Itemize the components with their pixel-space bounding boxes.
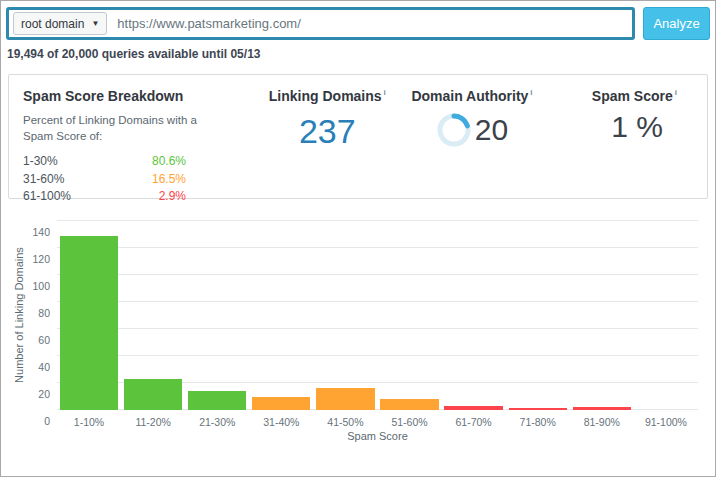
app-window: root domain ▼ Analyze 19,494 of 20,000 q… (0, 0, 716, 477)
domain-authority-metric: Domain Authorityi 20 (400, 88, 545, 205)
scope-select-dropdown[interactable]: root domain ▼ (13, 12, 107, 35)
breakdown-subtitle: Percent of Linking Domains with a Spam S… (23, 112, 198, 144)
y-axis-title: Number of Linking Domains (13, 235, 25, 395)
y-tick-label: 20 (38, 388, 50, 400)
x-axis-title: Spam Score (57, 430, 698, 442)
bar-71-80%[interactable] (509, 408, 567, 410)
x-tick-label: 21-30% (185, 416, 249, 428)
bar-41-50%[interactable] (316, 388, 374, 410)
y-tick-label: 120 (32, 253, 50, 265)
y-tick-label: 60 (38, 334, 50, 346)
y-tick-label: 80 (38, 307, 50, 319)
linking-domains-label: Linking Domainsi (255, 88, 400, 104)
info-icon[interactable]: i (675, 88, 677, 97)
breakdown-percent-value: 2.9% (159, 188, 186, 205)
analyze-button[interactable]: Analyze (643, 7, 710, 40)
x-tick-label: 91-100% (634, 416, 698, 428)
bar-slot (570, 407, 634, 410)
x-tick-label: 1-10% (57, 416, 121, 428)
breakdown-row: 1-30%80.6% (23, 153, 186, 170)
breakdown-range-label: 61-100% (23, 188, 71, 205)
breakdown-table: 1-30%80.6%31-60%16.5%61-100%2.9% (23, 153, 186, 205)
spam-score-metric: Spam Scorei 1 % (544, 88, 689, 205)
x-tick-label: 31-40% (249, 416, 313, 428)
breakdown-percent-value: 80.6% (152, 153, 186, 170)
url-input[interactable] (107, 10, 632, 37)
bar-1-10%[interactable] (60, 236, 118, 410)
bar-21-30%[interactable] (188, 391, 246, 410)
breakdown-row: 31-60%16.5% (23, 171, 186, 188)
x-tick-label: 41-50% (313, 416, 377, 428)
spam-score-chart: Number of Linking Domains 02040608010012… (1, 221, 715, 446)
y-tick-label: 40 (38, 361, 50, 373)
summary-panel: Spam Score Breakdown Percent of Linking … (8, 74, 708, 199)
x-tick-label: 51-60% (377, 416, 441, 428)
bar-slot (121, 379, 185, 410)
breakdown-range-label: 31-60% (23, 171, 64, 188)
info-icon[interactable]: i (530, 88, 532, 97)
linking-domains-metric: Linking Domainsi 237 (255, 88, 400, 205)
x-tick-label: 61-70% (442, 416, 506, 428)
breakdown-percent-value: 16.5% (152, 171, 186, 188)
bar-61-70%[interactable] (444, 406, 502, 410)
domain-authority-donut (436, 112, 472, 148)
domain-authority-label: Domain Authorityi (400, 88, 545, 104)
breakdown-row: 61-100%2.9% (23, 188, 186, 205)
x-tick-label: 11-20% (121, 416, 185, 428)
bar-slot (185, 391, 249, 410)
bar-slot (442, 406, 506, 410)
bar-51-60%[interactable] (380, 399, 438, 410)
domain-authority-value: 20 (475, 113, 508, 147)
bar-81-90%[interactable] (573, 407, 631, 410)
bar-slot (57, 236, 121, 410)
info-icon[interactable]: i (384, 88, 386, 97)
breakdown-title: Spam Score Breakdown (23, 88, 255, 104)
bar-11-20%[interactable] (124, 379, 182, 410)
bars-container (57, 221, 698, 410)
bar-slot (313, 388, 377, 410)
x-tick-label: 81-90% (570, 416, 634, 428)
y-tick-label: 140 (32, 226, 50, 238)
chart-plot: 020406080100120140 (57, 221, 698, 410)
bar-slot (377, 399, 441, 410)
bar-31-40%[interactable] (252, 397, 310, 411)
y-tick-label: 0 (44, 415, 50, 427)
scope-select-value: root domain (21, 17, 84, 31)
x-tick-label: 71-80% (506, 416, 570, 428)
search-box: root domain ▼ (6, 7, 635, 40)
linking-domains-value: 237 (255, 112, 400, 151)
spam-score-value: 1 % (611, 110, 677, 144)
spam-score-breakdown: Spam Score Breakdown Percent of Linking … (23, 88, 255, 205)
quota-text: 19,494 of 20,000 queries available until… (7, 47, 715, 61)
spam-score-label: Spam Scorei (544, 88, 677, 104)
chevron-down-icon: ▼ (91, 19, 99, 28)
y-tick-label: 100 (32, 280, 50, 292)
search-bar: root domain ▼ Analyze (6, 7, 710, 40)
x-axis-labels: 1-10%11-20%21-30%31-40%41-50%51-60%61-70… (57, 416, 698, 428)
bar-slot (506, 408, 570, 410)
bar-slot (249, 397, 313, 411)
breakdown-range-label: 1-30% (23, 153, 58, 170)
